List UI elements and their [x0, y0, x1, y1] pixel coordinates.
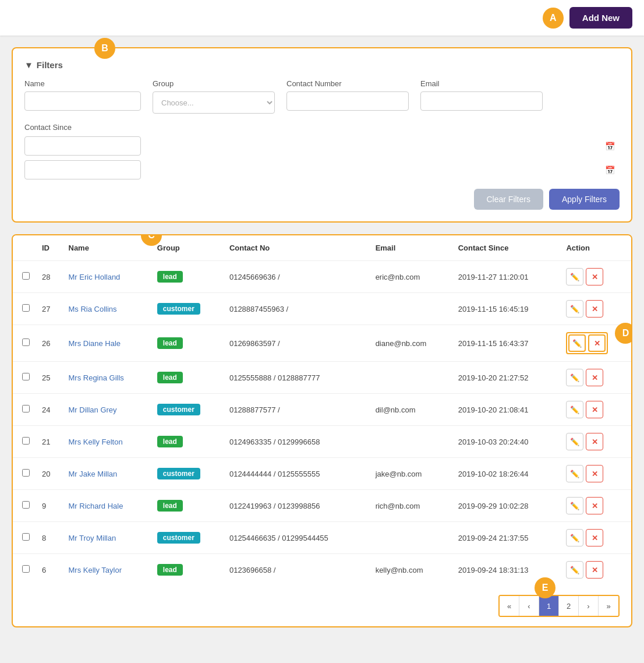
delete-button-20[interactable]: ✕	[586, 465, 603, 482]
contact-since-label: Contact Since	[24, 123, 620, 132]
row-action: ✏️ ✕	[560, 426, 631, 458]
filter-label: Filters	[37, 60, 63, 70]
pagination-last[interactable]: »	[599, 596, 618, 616]
row-action: ✏️ ✕	[560, 490, 631, 522]
filter-email-group: Email	[420, 79, 543, 114]
row-checkbox	[13, 394, 36, 426]
row-id: 24	[36, 394, 63, 426]
row-contact-no: 01288877577 /	[224, 394, 370, 426]
checkbox-27[interactable]	[22, 304, 30, 312]
edit-button-8[interactable]: ✏️	[566, 529, 583, 546]
filter-name-group: Name	[24, 79, 141, 114]
action-btns: ✏️ ✕	[566, 268, 625, 285]
email-input[interactable]	[420, 91, 543, 111]
delete-button-24[interactable]: ✕	[586, 401, 603, 418]
edit-button-21[interactable]: ✏️	[566, 433, 583, 450]
delete-button-6[interactable]: ✕	[586, 561, 603, 579]
row-name: Mr Jake Millan	[63, 458, 151, 490]
date-to-input[interactable]	[24, 160, 141, 179]
row-checkbox	[13, 293, 36, 325]
delete-button-26[interactable]: ✕	[588, 334, 606, 352]
contact-number-input[interactable]	[286, 91, 409, 111]
action-btns: ✏️ ✕	[566, 300, 625, 318]
edit-button-9[interactable]: ✏️	[566, 497, 583, 514]
row-checkbox	[13, 522, 36, 554]
add-new-button[interactable]: Add New	[569, 7, 632, 29]
row-email: dil@nb.com	[370, 394, 452, 426]
row-id: 21	[36, 426, 63, 458]
clear-filters-button[interactable]: Clear Filters	[474, 189, 543, 210]
delete-button-27[interactable]: ✕	[586, 300, 603, 318]
row-checkbox	[13, 458, 36, 490]
action-btns: ✏️ ✕	[566, 529, 625, 546]
edit-button-27[interactable]: ✏️	[566, 300, 583, 318]
row-contact-no: 01269863597 /	[224, 325, 370, 362]
calendar-icon-from: 📅	[605, 142, 615, 151]
row-group: lead	[151, 554, 224, 586]
checkbox-8[interactable]	[22, 533, 30, 541]
row-name: Mr Troy Millan	[63, 522, 151, 554]
row-group: lead	[151, 325, 224, 362]
top-bar: A Add New	[0, 0, 644, 36]
date-from-input[interactable]	[24, 136, 141, 156]
row-name: Mrs Kelly Taylor	[63, 554, 151, 586]
checkbox-6[interactable]	[22, 565, 30, 573]
checkbox-26[interactable]	[22, 338, 30, 346]
delete-button-9[interactable]: ✕	[586, 497, 603, 514]
row-id: 8	[36, 522, 63, 554]
edit-button-6[interactable]: ✏️	[566, 561, 583, 579]
header-email: Email	[370, 235, 452, 261]
row-checkbox	[13, 490, 36, 522]
table-row: 20 Mr Jake Millan customer 0124444444 / …	[13, 458, 631, 490]
name-input[interactable]	[24, 91, 141, 111]
calendar-icon-to: 📅	[605, 165, 615, 175]
checkbox-20[interactable]	[22, 469, 30, 477]
email-label: Email	[420, 79, 543, 88]
row-checkbox	[13, 325, 36, 362]
pagination-page1[interactable]: 1	[539, 596, 559, 616]
row-action: ✏️ ✕	[560, 394, 631, 426]
table-header-row: ID Name Group Contact No Email Contact S…	[13, 235, 631, 261]
row-group: lead	[151, 490, 224, 522]
delete-button-8[interactable]: ✕	[586, 529, 603, 546]
pagination-page2[interactable]: 2	[559, 596, 579, 616]
row-name: Mr Richard Hale	[63, 490, 151, 522]
filter-group-group: Group Choose... Lead Customer	[153, 79, 275, 114]
row-contact-since: 2019-10-20 21:27:52	[452, 362, 561, 394]
row-checkbox	[13, 362, 36, 394]
edit-button-24[interactable]: ✏️	[566, 401, 583, 418]
row-action: ✏️ ✕	[560, 522, 631, 554]
row-action: ✏️ ✕	[560, 458, 631, 490]
checkbox-21[interactable]	[22, 437, 30, 445]
edit-button-25[interactable]: ✏️	[566, 369, 583, 386]
checkbox-9[interactable]	[22, 501, 30, 509]
row-action: ✏️ ✕	[560, 362, 631, 394]
main-content: B ▼ Filters Name Group Choose... Lead Cu…	[0, 36, 644, 639]
delete-button-25[interactable]: ✕	[586, 369, 603, 386]
row-contact-since: 2019-10-02 18:26:44	[452, 458, 561, 490]
group-select[interactable]: Choose... Lead Customer	[153, 91, 275, 114]
edit-button-26[interactable]: ✏️	[568, 334, 586, 352]
row-id: 26	[36, 325, 63, 362]
action-btns: ✏️ ✕	[566, 433, 625, 450]
name-label: Name	[24, 79, 141, 88]
edit-button-28[interactable]: ✏️	[566, 268, 583, 285]
checkbox-28[interactable]	[22, 272, 30, 280]
delete-button-21[interactable]: ✕	[586, 433, 603, 450]
row-email	[370, 293, 452, 325]
row-contact-no: 01245669636 /	[224, 261, 370, 293]
edit-button-20[interactable]: ✏️	[566, 465, 583, 482]
delete-button-28[interactable]: ✕	[586, 268, 603, 285]
checkbox-24[interactable]	[22, 405, 30, 412]
pagination-next[interactable]: ›	[579, 596, 599, 616]
pagination-prev[interactable]: ‹	[519, 596, 539, 616]
checkbox-25[interactable]	[22, 373, 30, 380]
pagination: « ‹ 1 2 › »	[498, 595, 620, 617]
apply-filters-button[interactable]: Apply Filters	[549, 189, 620, 210]
filter-contact-group: Contact Number	[286, 79, 409, 114]
filter-title: ▼ Filters	[24, 60, 620, 70]
filter-actions: Clear Filters Apply Filters	[24, 189, 620, 210]
pagination-first[interactable]: «	[500, 596, 519, 616]
row-contact-since: 2019-10-03 20:24:40	[452, 426, 561, 458]
action-btns: ✏️ ✕	[566, 401, 625, 418]
